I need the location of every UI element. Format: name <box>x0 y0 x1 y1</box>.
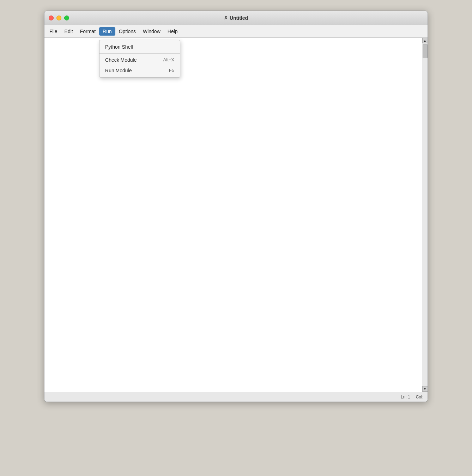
window-title: ✗ Untitled <box>224 15 248 21</box>
main-window: ✗ Untitled File Edit Format Run Python S… <box>44 11 428 402</box>
menu-run[interactable]: Run Python Shell Check Module Alt+X Run … <box>99 27 115 36</box>
menu-format[interactable]: Format <box>77 27 99 36</box>
window-controls <box>49 16 69 20</box>
title-label: Untitled <box>230 15 248 21</box>
maximize-button[interactable] <box>64 16 69 20</box>
run-module-label: Run Module <box>105 68 132 73</box>
line-number: Ln: 1 <box>401 395 410 399</box>
minimize-button[interactable] <box>56 16 61 20</box>
dropdown-python-shell[interactable]: Python Shell <box>99 42 180 52</box>
col-number: Col: <box>416 395 423 399</box>
menu-separator <box>99 53 180 54</box>
scroll-down-arrow[interactable]: ▼ <box>422 386 428 392</box>
menu-edit[interactable]: Edit <box>61 27 77 36</box>
scroll-thumb[interactable] <box>423 44 428 58</box>
title-bar: ✗ Untitled <box>44 11 428 25</box>
editor-area[interactable]: ▲ ▼ <box>44 38 428 392</box>
menu-options[interactable]: Options <box>115 27 139 36</box>
dropdown-run-module[interactable]: Run Module F5 <box>99 65 180 76</box>
run-module-shortcut: F5 <box>169 68 174 73</box>
status-bar: Ln: 1 Col: <box>44 392 428 402</box>
menu-bar: File Edit Format Run Python Shell Check … <box>44 25 428 38</box>
scrollbar-vertical[interactable]: ▲ ▼ <box>422 38 428 392</box>
close-button[interactable] <box>49 16 54 20</box>
dropdown-check-module[interactable]: Check Module Alt+X <box>99 55 180 65</box>
menu-file[interactable]: File <box>46 27 61 36</box>
title-icon: ✗ <box>224 16 228 20</box>
python-shell-label: Python Shell <box>105 44 133 50</box>
editor-content[interactable] <box>44 38 428 392</box>
menu-window[interactable]: Window <box>139 27 164 36</box>
menu-help[interactable]: Help <box>164 27 181 36</box>
check-module-shortcut: Alt+X <box>163 57 174 62</box>
run-dropdown: Python Shell Check Module Alt+X Run Modu… <box>99 40 180 78</box>
check-module-label: Check Module <box>105 57 137 63</box>
scroll-up-arrow[interactable]: ▲ <box>422 38 428 43</box>
